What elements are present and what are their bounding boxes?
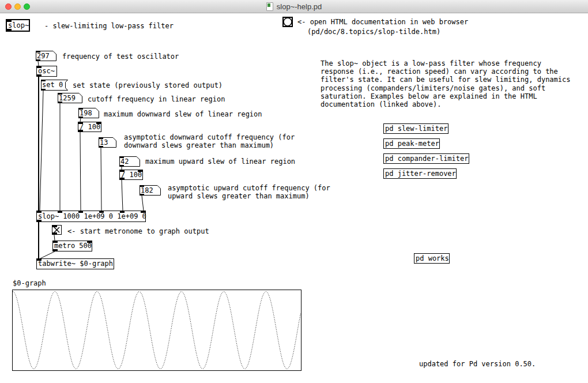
number-box-198[interactable]: 198 bbox=[78, 108, 99, 118]
object-box-metro-500[interactable]: metro 500 bbox=[52, 241, 92, 251]
outlet[interactable] bbox=[37, 74, 42, 76]
control-patch-cord bbox=[54, 235, 55, 241]
comment-line: $0-graph bbox=[13, 279, 46, 287]
inlet[interactable] bbox=[36, 51, 40, 52]
comment-text: The slop~ object is a low-pass filter wh… bbox=[321, 59, 570, 108]
array-waveform bbox=[13, 292, 301, 369]
circle-in-square-icon bbox=[282, 17, 293, 27]
inlet[interactable] bbox=[78, 108, 83, 110]
toggle-checkbox[interactable] bbox=[52, 225, 62, 235]
control-patch-cord bbox=[142, 196, 144, 211]
control-patch-cord bbox=[122, 180, 123, 211]
box-label: pd compander-limiter bbox=[385, 154, 469, 163]
inlet[interactable] bbox=[41, 80, 46, 81]
object-box-div-100-b[interactable]: / 100 bbox=[119, 170, 143, 180]
object-box-pd-slew-limiter[interactable]: pd slew-limiter bbox=[383, 123, 448, 134]
inlet[interactable] bbox=[52, 226, 57, 227]
comment-text: - slew-limiting low-pass filter bbox=[44, 22, 174, 30]
control-patch-cord bbox=[101, 148, 101, 211]
comment-line: - slew-limiting low-pass filter bbox=[44, 22, 174, 30]
outlet[interactable] bbox=[78, 130, 83, 132]
outlet[interactable] bbox=[78, 117, 83, 118]
outlet[interactable] bbox=[36, 59, 40, 61]
inlet[interactable] bbox=[78, 122, 83, 124]
outlet[interactable] bbox=[37, 220, 42, 221]
comment-line: asymptotic upward cutoff frequency (for bbox=[168, 184, 330, 192]
comment-text: updated for Pd version 0.50. bbox=[419, 360, 536, 368]
inlet[interactable] bbox=[120, 211, 125, 213]
comment-line: The slop~ object is a low-pass filter wh… bbox=[321, 59, 570, 67]
box-label: slop~ 1000 1e+09 0 1e+09 0 bbox=[38, 211, 146, 221]
comment-line: frequency of test oscillator bbox=[62, 52, 179, 61]
box-label: pd jitter-remover bbox=[385, 169, 456, 178]
inlet[interactable] bbox=[7, 20, 12, 22]
inlet[interactable] bbox=[87, 241, 92, 243]
inlet[interactable] bbox=[141, 211, 145, 213]
inlet[interactable] bbox=[120, 170, 125, 172]
message-box-set-0[interactable]: set 0 bbox=[41, 80, 68, 91]
comment-line: (pd/doc/8.topics/slop-tilde.htm) bbox=[307, 28, 440, 36]
inlet[interactable] bbox=[78, 211, 83, 213]
comment-line: maximum downward slew of linear region bbox=[104, 110, 262, 118]
comment-text: <- start metronome to graph output bbox=[67, 227, 209, 235]
inlet[interactable] bbox=[37, 259, 42, 261]
number-box-1259[interactable]: 1259 bbox=[58, 93, 82, 103]
box-label: pd peak-meter bbox=[385, 139, 439, 148]
inlet[interactable] bbox=[99, 137, 103, 139]
inlet[interactable] bbox=[138, 170, 142, 172]
number-box-13[interactable]: 13 bbox=[99, 137, 116, 148]
comment-line: downward slews greater than maximum) bbox=[124, 141, 295, 149]
number-box-182[interactable]: 182 bbox=[140, 185, 161, 196]
outlet[interactable] bbox=[119, 165, 124, 167]
inlet[interactable] bbox=[99, 211, 104, 213]
inlet[interactable] bbox=[58, 211, 62, 213]
object-box-slop-main[interactable]: slop~ bbox=[6, 19, 30, 32]
outlet[interactable] bbox=[140, 194, 144, 196]
box-label: metro 500 bbox=[54, 241, 92, 251]
box-label: tabwrite~ $0-graph bbox=[38, 259, 113, 269]
outlet[interactable] bbox=[58, 102, 62, 103]
object-box-pd-compander-limiter[interactable]: pd compander-limiter bbox=[383, 153, 469, 164]
object-box-div-100-a[interactable]: / 100 bbox=[78, 122, 101, 132]
outlet[interactable] bbox=[99, 146, 103, 148]
outlet[interactable] bbox=[7, 29, 12, 31]
comment-line: set state (previously stored output) bbox=[73, 81, 223, 89]
number-box-42[interactable]: 42 bbox=[119, 156, 140, 167]
outlet[interactable] bbox=[120, 178, 125, 179]
number-box-297[interactable]: 297 bbox=[36, 51, 56, 61]
comment-line: upward slews greater than maximum) bbox=[168, 192, 330, 200]
control-patch-cord bbox=[38, 61, 39, 66]
inlet[interactable] bbox=[96, 122, 101, 124]
window-title: slop~-help.pd bbox=[277, 2, 322, 11]
control-patch-cord bbox=[80, 132, 81, 211]
comment-line: response (i.e., reaction speed) can vary… bbox=[321, 67, 570, 76]
comment-line: cutoff frequency in linear region bbox=[88, 95, 225, 103]
comment-text: $0-graph bbox=[13, 279, 46, 287]
object-box-tabwrite[interactable]: tabwrite~ $0-graph bbox=[36, 258, 114, 269]
control-patch-cord bbox=[40, 91, 43, 211]
inlet[interactable] bbox=[37, 211, 42, 213]
patch-canvas: slop~297osc~set 01259198/ 1001342/ 10018… bbox=[0, 0, 588, 383]
outlet[interactable] bbox=[53, 249, 58, 251]
array-graph bbox=[12, 290, 301, 371]
outlet[interactable] bbox=[52, 232, 57, 234]
inlet[interactable] bbox=[119, 156, 124, 158]
comment-text: (pd/doc/8.topics/slop-tilde.htm) bbox=[307, 28, 440, 36]
open-html-doc-icon[interactable] bbox=[282, 17, 293, 29]
object-box-pd-works[interactable]: pd works bbox=[414, 253, 450, 264]
control-patch-cord bbox=[40, 251, 55, 258]
title-bar: slop~-help.pd bbox=[0, 0, 588, 13]
inlet[interactable] bbox=[58, 93, 62, 95]
object-box-pd-jitter-remover[interactable]: pd jitter-remover bbox=[383, 168, 457, 179]
inlet[interactable] bbox=[53, 241, 58, 243]
comment-line: documentation (linked above). bbox=[321, 100, 570, 108]
inlet[interactable] bbox=[37, 66, 42, 68]
outlet[interactable] bbox=[41, 89, 46, 91]
comment-text: <- open HTML documentation in web browse… bbox=[297, 18, 468, 26]
inlet[interactable] bbox=[140, 185, 144, 187]
object-box-osc[interactable]: osc~ bbox=[36, 66, 57, 77]
comment-text: asymptotic downward cutoff frequency (fo… bbox=[124, 133, 295, 149]
object-box-pd-peak-meter[interactable]: pd peak-meter bbox=[383, 138, 440, 149]
comment-line: filter's state. It can be useful for sle… bbox=[321, 76, 570, 84]
object-box-slop[interactable]: slop~ 1000 1e+09 0 1e+09 0 bbox=[36, 211, 146, 222]
